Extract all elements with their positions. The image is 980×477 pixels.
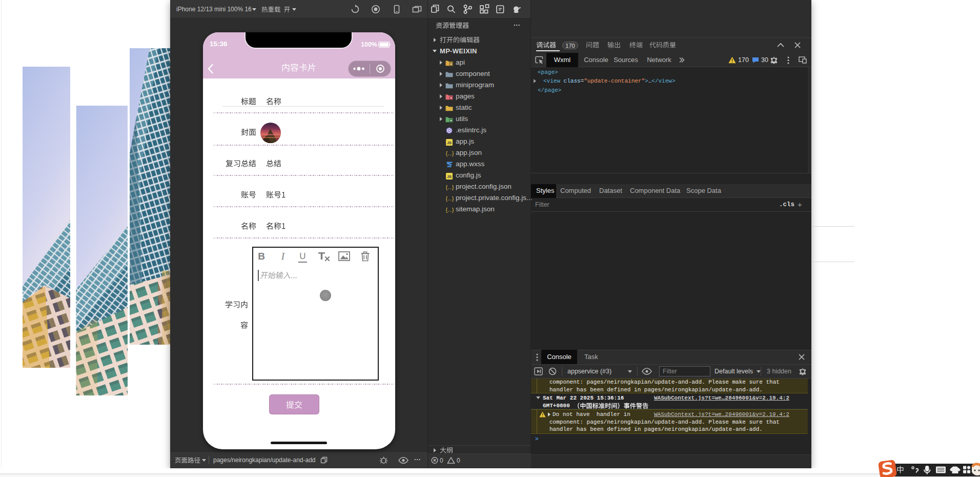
svg-text:0: 0: [457, 457, 460, 464]
svg-text:JS: JS: [447, 141, 452, 145]
svg-text:{..}: {..}: [446, 195, 454, 202]
svg-text:{..}: {..}: [446, 207, 454, 213]
svg-text:0: 0: [440, 457, 443, 464]
svg-text:{..}: {..}: [446, 184, 454, 190]
svg-text:JS: JS: [447, 174, 452, 179]
svg-text:{..}: {..}: [446, 150, 454, 156]
